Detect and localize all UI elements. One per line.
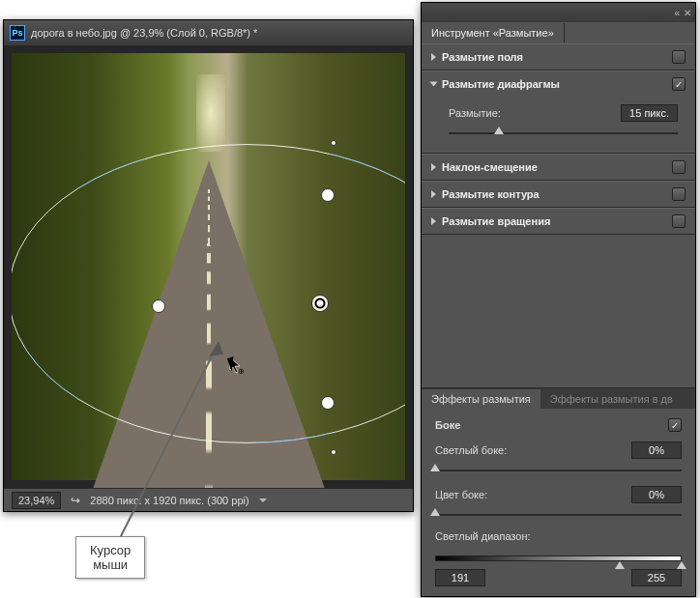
section-field-blur: Размытие поля [422,43,695,71]
blur-pin-center[interactable] [311,295,329,312]
section-label: Размытие диафрагмы [442,78,666,90]
section-head-tilt-shift[interactable]: Наклон-смещение [422,155,695,180]
callout-label: Курсор мыши [75,536,145,579]
document-titlebar: Ps дорога в небо.jpg @ 23,9% (Слой 0, RG… [4,20,413,45]
section-head-spin-blur[interactable]: Размытие вращения [422,209,695,234]
feather-handle[interactable] [152,299,165,313]
section-label: Наклон-смещение [442,161,666,173]
feather-handle[interactable] [321,188,335,202]
color-bokeh-slider[interactable] [435,509,682,521]
close-icon[interactable]: ✕ [684,8,691,18]
blur-amount-slider[interactable] [449,128,678,139]
disclosure-icon [431,53,436,61]
section-head-path-blur[interactable]: Размытие контура [422,182,695,207]
iris-blur-content: Размытие: 15 пикс. [422,97,695,153]
document-window: Ps дорога в небо.jpg @ 23,9% (Слой 0, RG… [3,19,414,512]
color-bokeh-field[interactable]: 0% [631,486,682,503]
photo-preview[interactable]: ⊕ [12,53,405,480]
path-blur-checkbox[interactable] [672,187,685,201]
disclosure-icon [430,82,438,87]
section-iris-blur: Размытие диафрагмы Размытие: 15 пикс. [422,71,695,154]
tilt-shift-checkbox[interactable] [672,160,685,174]
callout-text-line1: Курсор [90,543,131,557]
ellipse-handle-bottom[interactable] [331,449,336,455]
color-bokeh-label: Цвет боке: [435,489,624,500]
section-label: Размытие поля [442,51,666,63]
spin-blur-checkbox[interactable] [672,214,685,228]
field-blur-checkbox[interactable] [672,50,685,64]
collapse-icon[interactable]: « [674,8,680,18]
blur-amount-field[interactable]: 15 пикс. [621,104,678,122]
tab-blur-effects[interactable]: Эффекты размытия [422,389,540,409]
section-label: Размытие контура [442,188,666,200]
disclosure-icon [431,163,436,171]
effects-tabs: Эффекты размытия Эффекты размытия в дв [422,387,695,409]
tab-motion-effects[interactable]: Эффекты размытия в дв [540,389,683,409]
light-range-slider[interactable] [435,546,682,569]
section-tilt-shift: Наклон-смещение [422,154,695,181]
info-menu-arrow[interactable] [259,498,267,502]
blur-tools-panel: « ✕ Инструмент «Размытие» Размытие поля … [421,2,696,597]
tab-blur-tool[interactable]: Инструмент «Размытие» [422,23,565,43]
panel-head: « ✕ [422,3,695,22]
disclosure-icon [431,190,436,198]
iris-blur-checkbox[interactable] [672,77,685,91]
light-range-high[interactable]: 255 [631,569,682,586]
blur-amount-label: Размытие: [449,107,613,119]
panel-tabs: Инструмент «Размытие» [422,22,695,43]
section-label: Размытие вращения [442,215,666,227]
light-bokeh-field[interactable]: 0% [631,441,682,459]
doc-info: 2880 пикс. x 1920 пикс. (300 ppi) [90,495,248,506]
export-icon[interactable]: ↪ [71,494,80,507]
photoshop-icon: Ps [10,25,25,41]
light-bokeh-slider[interactable] [435,465,682,476]
light-range-label: Светлый диапазон: [435,530,682,542]
section-head-iris-blur[interactable]: Размытие диафрагмы [422,71,695,97]
section-spin-blur: Размытие вращения [422,208,695,235]
effects-body: Боке Светлый боке: 0% Цвет боке: 0% [422,409,695,596]
light-range-low[interactable]: 191 [435,569,485,586]
document-canvas[interactable]: ⊕ [4,45,413,488]
light-bokeh-label: Светлый боке: [435,444,624,456]
bokeh-label: Боке [435,419,668,431]
bokeh-checkbox[interactable] [668,418,682,432]
ellipse-handle-top[interactable] [331,140,336,146]
callout-text-line2: мыши [90,557,131,572]
section-path-blur: Размытие контура [422,181,695,208]
section-head-field-blur[interactable]: Размытие поля [422,44,695,70]
zoom-field[interactable]: 23,94% [12,492,61,509]
cursor-icon: ⊕ [229,356,243,374]
disclosure-icon [431,217,436,225]
document-statusbar: 23,94% ↪ 2880 пикс. x 1920 пикс. (300 pp… [4,488,413,511]
feather-handle[interactable] [321,396,335,410]
document-title: дорога в небо.jpg @ 23,9% (Слой 0, RGB/8… [31,27,257,39]
